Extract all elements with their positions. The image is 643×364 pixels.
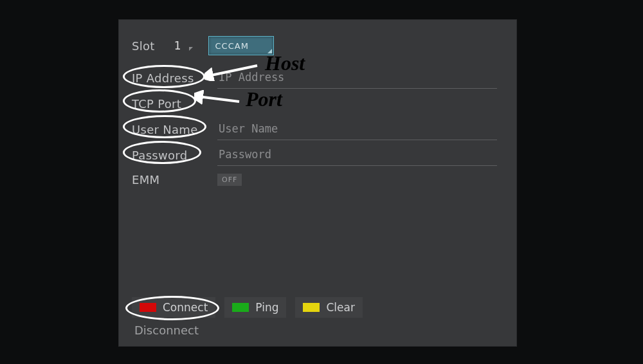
connect-label: Connect xyxy=(163,301,208,314)
disconnect-button[interactable]: Disconnect xyxy=(134,323,199,337)
username-row: User Name xyxy=(132,118,497,141)
slot-row: Slot 1 CCCAM xyxy=(132,34,497,57)
username-label: User Name xyxy=(132,123,206,136)
slot-value-selector[interactable]: 1 xyxy=(168,39,188,52)
yellow-swatch-icon xyxy=(303,303,320,312)
emm-label: EMM xyxy=(132,173,206,187)
ip-row: IP Address xyxy=(132,66,497,89)
protocol-label: CCCAM xyxy=(215,41,249,51)
dropdown-corner-icon xyxy=(267,49,272,53)
clear-button[interactable]: Clear xyxy=(295,297,362,318)
protocol-selector[interactable]: CCCAM xyxy=(208,36,274,55)
ping-label: Ping xyxy=(255,301,278,314)
username-input[interactable] xyxy=(217,119,497,140)
slot-label: Slot xyxy=(132,39,155,53)
settings-panel: Slot 1 CCCAM IP Address TCP Port User Na… xyxy=(119,20,516,346)
emm-toggle[interactable]: OFF xyxy=(217,174,242,186)
button-row: Connect Ping Clear xyxy=(132,297,363,318)
connect-button[interactable]: Connect xyxy=(132,297,215,318)
port-label: TCP Port xyxy=(132,97,206,111)
ip-input[interactable] xyxy=(217,68,497,89)
green-swatch-icon xyxy=(232,303,249,312)
dropdown-triangle-icon xyxy=(189,47,193,51)
password-label: Password xyxy=(132,149,206,162)
port-row: TCP Port xyxy=(132,92,497,115)
emm-row: EMM OFF xyxy=(132,168,497,191)
ip-label: IP Address xyxy=(132,71,206,85)
clear-label: Clear xyxy=(326,301,354,314)
ping-button[interactable]: Ping xyxy=(224,297,286,318)
password-input[interactable] xyxy=(217,145,497,166)
red-swatch-icon xyxy=(140,303,156,312)
password-row: Password xyxy=(132,143,497,167)
